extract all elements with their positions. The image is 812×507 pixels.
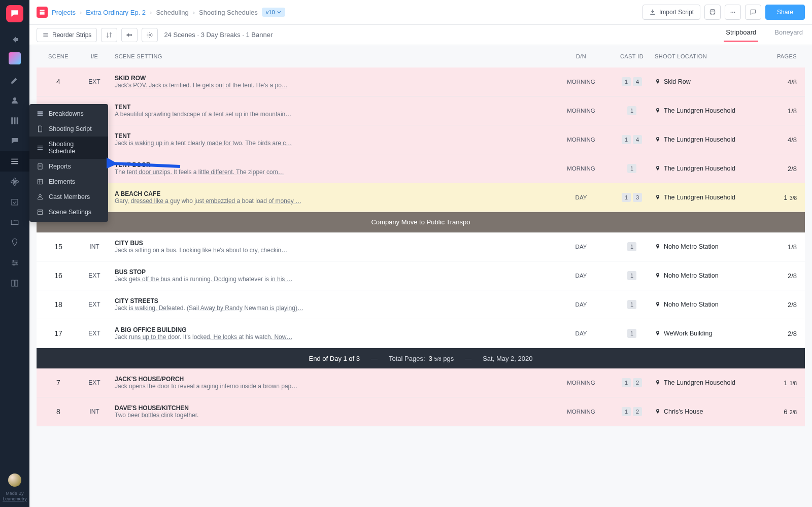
sort-button[interactable]: [101, 28, 117, 42]
scene-strip[interactable]: TENT DOORThe tent door unzips. It feels …: [37, 154, 805, 183]
shoot-location[interactable]: The Lundgren Household: [655, 107, 766, 114]
svg-point-0: [14, 181, 16, 183]
shoot-location[interactable]: Noho Metro Station: [655, 243, 766, 250]
scene-description[interactable]: Jack is waking up in a tent clearly made…: [115, 140, 553, 147]
footer-brand-link[interactable]: Leanometry: [3, 496, 27, 501]
rail-settings2[interactable]: [0, 172, 29, 192]
scene-strip[interactable]: 8INTDAVE'S HOUSE/KITCHENTwo beer bottles…: [37, 397, 805, 426]
reorder-icon: [42, 31, 49, 39]
page-count: 2/8: [766, 330, 804, 337]
scene-description[interactable]: The tent door unzips. It feels a little …: [115, 168, 553, 176]
submenu-item[interactable]: Scene Settings: [29, 205, 108, 220]
day-night: MORNING: [553, 108, 609, 114]
scene-strip[interactable]: 4EXTSKID ROWJack's POV. Jack is terrifie…: [37, 67, 805, 96]
svg-point-5: [732, 12, 733, 13]
rail-script[interactable]: [0, 70, 29, 90]
rail-cast[interactable]: [0, 90, 29, 111]
shoot-location[interactable]: Chris's House: [655, 408, 766, 415]
shoot-location[interactable]: Noho Metro Station: [655, 272, 766, 279]
rail-book[interactable]: [0, 273, 29, 293]
int-ext: EXT: [79, 272, 110, 279]
submenu-item[interactable]: Shooting Script: [29, 121, 108, 137]
tab-boneyard[interactable]: Boneyard: [772, 28, 805, 41]
daybreak-row[interactable]: End of Day 1 of 3—Total Pages: 3 5/8 pgs…: [37, 348, 805, 368]
rail-sliders[interactable]: [0, 253, 29, 273]
submenu-item[interactable]: Reports: [29, 159, 108, 174]
toolbar-settings-button[interactable]: [142, 28, 158, 42]
shoot-location[interactable]: Noho Metro Station: [655, 301, 766, 308]
rail-calendar[interactable]: [0, 192, 29, 212]
app-logo[interactable]: [6, 5, 23, 22]
reorder-strips-button[interactable]: Reorder Strips: [37, 28, 97, 42]
rail-locations[interactable]: [0, 232, 29, 253]
shoot-location[interactable]: The Lundgren Household: [655, 194, 766, 201]
scene-description[interactable]: Jack opens the door to reveal a raging i…: [115, 383, 553, 390]
scene-description[interactable]: Jack gets off the bus and is running. Do…: [115, 276, 553, 283]
scene-strip[interactable]: 7EXTJACK'S HOUSE/PORCHJack opens the doo…: [37, 368, 805, 397]
scene-title: A BIG OFFICE BUILDING: [115, 326, 553, 333]
day-night: MORNING: [553, 409, 609, 415]
share-button[interactable]: Share: [765, 5, 805, 20]
col-loc: SHOOT LOCATION: [655, 53, 766, 59]
submenu-item[interactable]: Breakdowns: [29, 106, 108, 121]
scene-strip[interactable]: 17EXTA BIG OFFICE BUILDINGJack runs up t…: [37, 319, 805, 348]
menu-item-icon: [37, 110, 44, 117]
print-button[interactable]: [704, 5, 721, 20]
shoot-location[interactable]: The Lundgren Household: [655, 136, 766, 143]
scene-strip[interactable]: TENTJack is waking up in a tent clearly …: [37, 125, 805, 154]
scene-strip[interactable]: 18EXTCITY STREETSJack is walking. Defeat…: [37, 290, 805, 319]
scene-strip[interactable]: TENTA beautiful sprawling landscape of a…: [37, 96, 805, 125]
add-strip-button[interactable]: [121, 28, 138, 42]
rail-files[interactable]: [0, 212, 29, 232]
location-pin-icon: [655, 330, 661, 337]
banner-row[interactable]: Company Move to Public Transpo: [37, 212, 805, 232]
crumb-page: Shooting Schedules: [199, 9, 258, 16]
cast-id-chip: 1: [627, 271, 636, 280]
location-pin-icon: [655, 243, 661, 250]
location-pin-icon: [655, 194, 661, 201]
scene-description[interactable]: Jack runs up to the door. It's locked. H…: [115, 333, 553, 341]
user-avatar[interactable]: [8, 474, 21, 487]
crumb-project[interactable]: Extra Ordinary Ep. 2: [86, 9, 146, 16]
more-button[interactable]: [725, 5, 741, 20]
scene-description[interactable]: A beautiful sprawling landscape of a ten…: [115, 111, 553, 118]
scene-description[interactable]: Jack is sitting on a bus. Looking like h…: [115, 247, 553, 254]
stripboard[interactable]: SCENE I/E SCENE SETTING D/N CAST ID SHOO…: [29, 45, 812, 507]
cast-id-chip: 1: [622, 378, 631, 387]
page-count: 2/8: [766, 165, 804, 173]
submenu-item[interactable]: Elements: [29, 174, 108, 189]
scene-title: TENT DOOR: [115, 161, 553, 168]
page-count: 1/8: [766, 107, 804, 115]
rail-back[interactable]: [0, 29, 29, 50]
shoot-location[interactable]: The Lundgren Household: [655, 165, 766, 172]
submenu-item[interactable]: Shooting Schedule: [29, 137, 108, 159]
rail-project-thumb[interactable]: [0, 50, 29, 70]
scene-title: SKID ROW: [115, 75, 553, 82]
scene-title: DAVE'S HOUSE/KITCHEN: [115, 404, 553, 412]
shoot-location[interactable]: WeWork Building: [655, 330, 766, 337]
scene-strip[interactable]: A BEACH CAFEGary, dressed like a guy who…: [37, 183, 805, 212]
scene-description[interactable]: Jack's POV. Jack is terrified. He gets o…: [115, 82, 553, 89]
tab-stripboard[interactable]: Stripboard: [724, 28, 758, 41]
svg-point-2: [16, 262, 17, 264]
scene-strip[interactable]: 16EXTBUS STOPJack gets off the bus and i…: [37, 261, 805, 290]
project-badge[interactable]: [37, 7, 48, 18]
shoot-location[interactable]: The Lundgren Household: [655, 379, 766, 386]
chat-icon: [10, 137, 19, 146]
rail-messages[interactable]: [0, 131, 29, 151]
scene-strip[interactable]: 15INTCITY BUSJack is sitting on a bus. L…: [37, 232, 805, 261]
version-chip[interactable]: v10: [262, 8, 285, 17]
import-script-button[interactable]: Import Script: [642, 5, 700, 20]
crumb-projects[interactable]: Projects: [52, 9, 76, 16]
rail-schedule[interactable]: [0, 151, 29, 172]
scene-description[interactable]: Gary, dressed like a guy who just embezz…: [115, 197, 553, 205]
scene-description[interactable]: Two beer bottles clink together.: [115, 412, 553, 419]
scene-number: 18: [38, 300, 79, 309]
submenu-item[interactable]: Cast Members: [29, 189, 108, 205]
topbar: Projects › Extra Ordinary Ep. 2 › Schedu…: [29, 0, 812, 25]
shoot-location[interactable]: Skid Row: [655, 78, 766, 85]
scene-description[interactable]: Jack is walking. Defeated. (Sail Away by…: [115, 305, 553, 312]
rail-board[interactable]: [0, 111, 29, 131]
comment-icon: [750, 9, 757, 16]
comments-button[interactable]: [745, 5, 761, 20]
